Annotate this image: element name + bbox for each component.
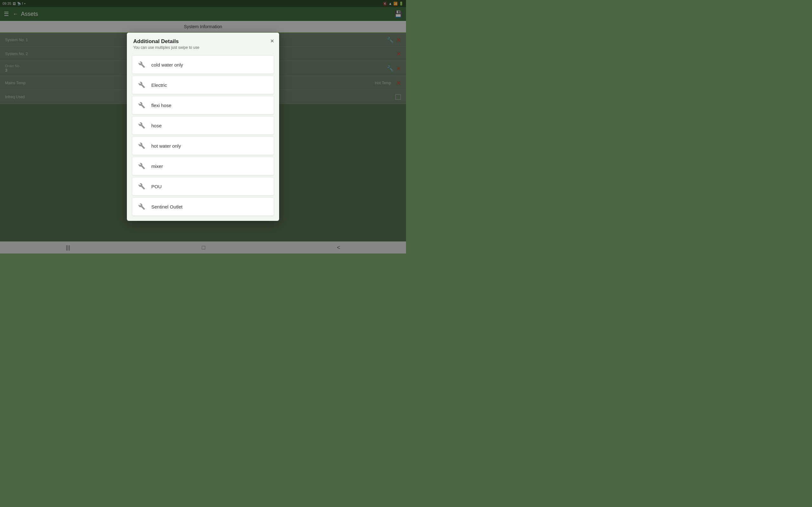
pou-wrench-icon: [137, 182, 146, 191]
modal-item-pou[interactable]: POU: [132, 177, 274, 195]
modal-item-cold-water-only[interactable]: cold water only: [132, 55, 274, 74]
pou-label: POU: [151, 184, 162, 189]
modal-item-flexi-hose[interactable]: flexi hose: [132, 96, 274, 114]
hose-wrench-icon: [137, 121, 146, 130]
sentinel-outlet-wrench-icon: [137, 202, 146, 211]
mixer-label: mixer: [151, 164, 163, 169]
modal-item-sentinel-outlet[interactable]: Sentinel Outlet: [132, 198, 274, 216]
modal-item-hose[interactable]: hose: [132, 116, 274, 135]
hot-water-only-label: hot water only: [151, 143, 181, 149]
modal-item-electric[interactable]: Electric: [132, 76, 274, 94]
modal-title: Additional Details: [133, 38, 273, 45]
hose-label: hose: [151, 123, 162, 128]
flexi-hose-wrench-icon: [137, 101, 146, 110]
mixer-wrench-icon: [137, 162, 146, 170]
modal-item-mixer[interactable]: mixer: [132, 157, 274, 175]
cold-water-only-label: cold water only: [151, 62, 183, 67]
modal-item-hot-water-only[interactable]: hot water only: [132, 136, 274, 155]
flexi-hose-label: flexi hose: [151, 103, 171, 108]
electric-label: Electric: [151, 82, 167, 88]
sentinel-outlet-label: Sentinel Outlet: [151, 204, 183, 210]
additional-details-modal: Additional Details You can use multiples…: [127, 33, 279, 221]
hot-water-only-wrench-icon: [137, 141, 146, 150]
modal-header: Additional Details You can use multiples…: [127, 33, 279, 53]
cold-water-only-wrench-icon: [137, 60, 146, 69]
modal-subtitle: You can use multiples just swipe to use: [133, 45, 273, 50]
modal-close-button[interactable]: ×: [270, 38, 274, 44]
modal-items-list: cold water only Electric flexi hose hose…: [127, 53, 279, 221]
electric-wrench-icon: [137, 80, 146, 89]
modal-overlay: Additional Details You can use multiples…: [0, 0, 406, 253]
